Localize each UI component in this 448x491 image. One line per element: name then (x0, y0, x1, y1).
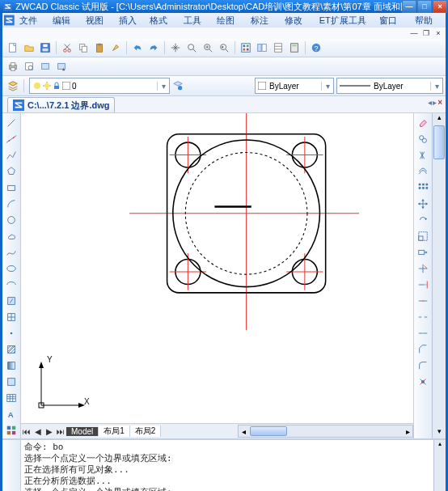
help-icon[interactable]: ? (309, 40, 323, 55)
tabnav-first-icon[interactable]: ⏮ (21, 427, 32, 436)
share-drop-icon[interactable] (54, 59, 69, 74)
file-tab[interactable]: C:\...\7.2.1 边界.dwg (7, 97, 115, 112)
zoom-window-icon[interactable] (201, 40, 215, 55)
ellipse-arc-icon[interactable] (4, 277, 19, 292)
move-icon[interactable] (416, 197, 430, 211)
doc-restore-button[interactable]: ❐ (421, 28, 432, 38)
paste-icon[interactable] (92, 40, 107, 55)
point-icon[interactable] (4, 326, 19, 341)
break-at-point-icon[interactable] (416, 294, 430, 308)
break-icon[interactable] (416, 310, 430, 324)
zoom-previous-icon[interactable] (217, 40, 231, 55)
revision-cloud-icon[interactable] (4, 229, 19, 243)
array-icon[interactable] (416, 180, 430, 195)
properties-icon[interactable] (239, 40, 253, 55)
drawing-canvas[interactable]: Y X (21, 113, 413, 423)
flyout-icon[interactable] (4, 423, 19, 438)
trim-icon[interactable] (416, 261, 430, 276)
join-icon[interactable] (416, 326, 430, 341)
rectangle-icon[interactable] (4, 180, 19, 195)
mtext-icon[interactable]: A (4, 407, 19, 421)
insert-block-icon[interactable] (4, 294, 19, 308)
doc-close-button[interactable]: × (433, 28, 444, 38)
preview-icon[interactable] (22, 59, 36, 74)
match-icon[interactable] (108, 40, 123, 55)
cut-icon[interactable] (60, 40, 74, 55)
copy-obj-icon[interactable] (416, 132, 430, 146)
chevron-down-icon[interactable]: ▾ (321, 82, 333, 91)
menu-view[interactable]: 视图(V) (82, 13, 116, 28)
polyline-icon[interactable] (4, 148, 19, 163)
menu-help[interactable]: 帮助(H) (412, 13, 446, 28)
layout-tab-2[interactable]: 布局2 (130, 425, 162, 437)
hatch-icon[interactable] (4, 342, 19, 357)
explode-icon[interactable] (416, 375, 430, 389)
offset-icon[interactable] (416, 164, 430, 179)
print-icon[interactable] (6, 59, 20, 74)
tabnav-prev-icon[interactable]: ◀ (32, 427, 44, 436)
zoom-realtime-icon[interactable] (184, 40, 199, 55)
menu-file[interactable]: 文件(F) (16, 13, 49, 28)
command-scrollbar[interactable]: ▴ ▾ (433, 440, 446, 491)
layout-tab-1[interactable]: 布局1 (99, 425, 130, 437)
chamfer-icon[interactable] (416, 342, 430, 357)
win-maximize-button[interactable]: □ (417, 0, 432, 13)
fillet-icon[interactable] (416, 358, 430, 373)
table-icon[interactable] (4, 391, 19, 405)
linetype-combo[interactable]: ByLayer ▾ (336, 78, 443, 94)
win-minimize-button[interactable]: — (402, 0, 416, 13)
open-icon[interactable] (22, 40, 36, 55)
layout-tab-model[interactable]: Model (66, 427, 99, 436)
copy-icon[interactable] (76, 40, 91, 55)
tabnav-last-icon[interactable]: ⏭ (55, 427, 66, 436)
horizontal-scrollbar[interactable]: ◂▸ (238, 425, 413, 438)
vertical-scrollbar[interactable]: ▴ ▾ (432, 113, 446, 438)
command-history[interactable]: 命令: bo 选择一个点定义一个边界或填充区域: 正在选择所有可见对象... 正… (21, 440, 433, 491)
layer-previous-icon[interactable] (171, 78, 185, 93)
calculator-icon[interactable] (287, 40, 302, 55)
mirror-icon[interactable] (416, 148, 430, 163)
region-icon[interactable] (4, 375, 19, 389)
menu-window[interactable]: 窗口(W) (376, 13, 412, 28)
layer-manager-icon[interactable] (6, 78, 20, 93)
menu-draw[interactable]: 绘图(D) (213, 13, 247, 28)
chevron-down-icon[interactable]: ▾ (430, 82, 442, 91)
erase-icon[interactable] (416, 116, 430, 130)
extend-icon[interactable] (416, 277, 430, 292)
save-icon[interactable] (38, 40, 53, 55)
new-icon[interactable] (6, 40, 20, 55)
construction-line-icon[interactable] (4, 132, 19, 146)
undo-icon[interactable] (130, 40, 145, 55)
layer-combo[interactable]: 0 ▾ (29, 78, 170, 94)
polygon-icon[interactable] (4, 164, 19, 179)
menu-modify[interactable]: 修改(M) (281, 13, 316, 28)
tabnav-next-icon[interactable]: ▶ (44, 427, 55, 436)
redo-icon[interactable] (146, 40, 161, 55)
menu-edit[interactable]: 编辑(E) (49, 13, 82, 28)
tab-close-icon[interactable]: × (437, 98, 442, 107)
arc-icon[interactable] (4, 197, 19, 211)
rotate-icon[interactable] (416, 213, 430, 227)
publish-icon[interactable] (38, 59, 53, 74)
win-close-button[interactable]: × (433, 0, 447, 13)
pan-icon[interactable] (168, 40, 183, 55)
tab-prev-icon[interactable]: ◂ (428, 98, 432, 107)
menu-format[interactable]: 格式(O) (146, 13, 180, 28)
tool-palette-icon[interactable] (271, 40, 285, 55)
menu-extend[interactable]: ET扩展工具(X) (316, 13, 376, 28)
line-icon[interactable] (4, 116, 19, 130)
chevron-down-icon[interactable]: ▾ (157, 82, 169, 91)
spline-icon[interactable] (4, 245, 19, 260)
scale-icon[interactable] (416, 229, 430, 243)
menu-insert[interactable]: 插入(I) (116, 13, 146, 28)
ellipse-icon[interactable] (4, 261, 19, 276)
circle-icon[interactable] (4, 213, 19, 227)
menu-tools[interactable]: 工具(T) (180, 13, 213, 28)
color-combo[interactable]: ByLayer ▾ (255, 78, 334, 94)
make-block-icon[interactable] (4, 310, 19, 324)
doc-minimize-button[interactable]: — (408, 28, 420, 38)
design-center-icon[interactable] (255, 40, 269, 55)
gradient-icon[interactable] (4, 358, 19, 373)
tab-next-icon[interactable]: ▸ (433, 98, 437, 107)
menu-dimension[interactable]: 标注(N) (247, 13, 281, 28)
